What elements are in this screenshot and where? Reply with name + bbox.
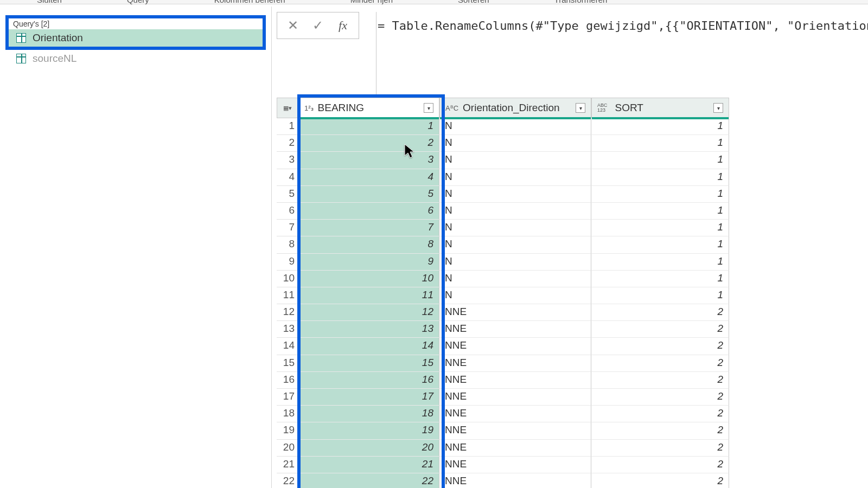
cell-bearing[interactable]: 6 bbox=[298, 203, 439, 220]
column-header-sort[interactable]: ABC123 SORT ▾ bbox=[591, 98, 729, 118]
cell-sort[interactable]: 1 bbox=[591, 186, 729, 203]
cell-sort[interactable]: 1 bbox=[591, 118, 729, 135]
table-row[interactable]: 1414NNE2 bbox=[277, 338, 866, 355]
cell-sort[interactable]: 1 bbox=[591, 169, 729, 186]
cell-orientation[interactable]: NNE bbox=[439, 355, 591, 372]
cell-orientation[interactable]: NNE bbox=[439, 457, 591, 473]
table-row[interactable]: 1313NNE2 bbox=[277, 321, 866, 338]
cell-sort[interactable]: 2 bbox=[591, 304, 729, 321]
cell-bearing[interactable]: 18 bbox=[298, 406, 439, 422]
cell-orientation[interactable]: NNE bbox=[439, 389, 591, 406]
cell-orientation[interactable]: NNE bbox=[439, 338, 591, 355]
column-header-bearing[interactable]: 1²₃ BEARING ▾ bbox=[298, 98, 439, 118]
filter-dropdown-icon[interactable]: ▾ bbox=[713, 103, 723, 113]
filter-dropdown-icon[interactable]: ▾ bbox=[576, 103, 585, 113]
cell-bearing[interactable]: 4 bbox=[298, 169, 439, 186]
cell-bearing[interactable]: 17 bbox=[298, 389, 439, 406]
query-item-sourcenl[interactable]: sourceNL bbox=[5, 50, 266, 67]
cell-bearing[interactable]: 11 bbox=[298, 287, 439, 304]
cell-orientation[interactable]: NNE bbox=[439, 422, 591, 439]
cell-bearing[interactable]: 8 bbox=[298, 236, 439, 253]
table-row[interactable]: 1818NNE2 bbox=[277, 406, 866, 422]
cell-bearing[interactable]: 16 bbox=[298, 372, 439, 389]
cell-orientation[interactable]: N bbox=[439, 220, 591, 236]
table-row[interactable]: 1111N1 bbox=[277, 287, 866, 304]
cell-sort[interactable]: 1 bbox=[591, 236, 729, 253]
cell-bearing[interactable]: 19 bbox=[298, 422, 439, 439]
cell-bearing[interactable]: 12 bbox=[298, 304, 439, 321]
cell-sort[interactable]: 1 bbox=[591, 271, 729, 287]
cell-orientation[interactable]: N bbox=[439, 271, 591, 287]
cell-bearing[interactable]: 22 bbox=[298, 473, 439, 488]
cell-orientation[interactable]: NNE bbox=[439, 473, 591, 488]
table-row[interactable]: 2222NNE2 bbox=[277, 473, 866, 488]
table-row[interactable]: 1717NNE2 bbox=[277, 389, 866, 406]
cell-orientation[interactable]: N bbox=[439, 203, 591, 220]
table-row[interactable]: 1212NNE2 bbox=[277, 304, 866, 321]
table-row[interactable]: 66N1 bbox=[277, 203, 866, 220]
cell-bearing[interactable]: 10 bbox=[298, 271, 439, 287]
cell-sort[interactable]: 2 bbox=[591, 406, 729, 422]
cell-sort[interactable]: 1 bbox=[591, 135, 729, 152]
cell-sort[interactable]: 2 bbox=[591, 422, 729, 439]
cell-orientation[interactable]: N bbox=[439, 254, 591, 271]
cell-orientation[interactable]: N bbox=[439, 287, 591, 304]
table-row[interactable]: 1616NNE2 bbox=[277, 372, 866, 389]
filter-dropdown-icon[interactable]: ▾ bbox=[424, 103, 433, 113]
cell-bearing[interactable]: 20 bbox=[298, 440, 439, 457]
column-header-orientation[interactable]: AᴮC Orientation_Direction ▾ bbox=[439, 98, 591, 118]
cell-sort[interactable]: 2 bbox=[591, 389, 729, 406]
row-number-header[interactable]: ▦▾ bbox=[277, 98, 298, 118]
cell-orientation[interactable]: NNE bbox=[439, 304, 591, 321]
cell-sort[interactable]: 1 bbox=[591, 287, 729, 304]
cell-sort[interactable]: 2 bbox=[591, 355, 729, 372]
cell-sort[interactable]: 2 bbox=[591, 372, 729, 389]
table-row[interactable]: 2020NNE2 bbox=[277, 440, 866, 457]
cell-bearing[interactable]: 7 bbox=[298, 220, 439, 236]
cell-orientation[interactable]: N bbox=[439, 135, 591, 152]
cell-bearing[interactable]: 21 bbox=[298, 457, 439, 473]
cell-sort[interactable]: 1 bbox=[591, 152, 729, 169]
cell-sort[interactable]: 2 bbox=[591, 338, 729, 355]
table-row[interactable]: 44N1 bbox=[277, 169, 866, 186]
cell-sort[interactable]: 2 bbox=[591, 473, 729, 488]
cell-bearing[interactable]: 14 bbox=[298, 338, 439, 355]
query-item-orientation[interactable]: Orientation bbox=[9, 29, 263, 47]
table-row[interactable]: 2121NNE2 bbox=[277, 457, 866, 473]
cell-sort[interactable]: 2 bbox=[591, 321, 729, 338]
cell-orientation[interactable]: N bbox=[439, 169, 591, 186]
cell-sort[interactable]: 2 bbox=[591, 440, 729, 457]
cell-bearing[interactable]: 5 bbox=[298, 186, 439, 203]
formula-text[interactable]: = Table.RenameColumns(#"Type gewijzigd",… bbox=[367, 19, 868, 33]
cell-bearing[interactable]: 13 bbox=[298, 321, 439, 338]
table-row[interactable]: 77N1 bbox=[277, 220, 866, 236]
cell-sort[interactable]: 1 bbox=[591, 203, 729, 220]
cell-bearing[interactable]: 3 bbox=[298, 152, 439, 169]
cell-orientation[interactable]: NNE bbox=[439, 321, 591, 338]
cell-orientation[interactable]: NNE bbox=[439, 372, 591, 389]
cell-bearing[interactable]: 2 bbox=[298, 135, 439, 152]
cancel-formula-button[interactable]: ✕ bbox=[280, 14, 305, 37]
table-row[interactable]: 1515NNE2 bbox=[277, 355, 866, 372]
cell-bearing[interactable]: 9 bbox=[298, 254, 439, 271]
table-row[interactable]: 11N1 bbox=[277, 118, 866, 135]
table-row[interactable]: 1919NNE2 bbox=[277, 422, 866, 439]
table-row[interactable]: 99N1 bbox=[277, 254, 866, 271]
cell-orientation[interactable]: N bbox=[439, 118, 591, 135]
cell-sort[interactable]: 2 bbox=[591, 457, 729, 473]
table-row[interactable]: 1010N1 bbox=[277, 271, 866, 287]
cell-orientation[interactable]: NNE bbox=[439, 440, 591, 457]
cell-bearing[interactable]: 15 bbox=[298, 355, 439, 372]
table-row[interactable]: 22N1 bbox=[277, 135, 866, 152]
cell-sort[interactable]: 1 bbox=[591, 220, 729, 236]
cell-orientation[interactable]: N bbox=[439, 186, 591, 203]
cell-orientation[interactable]: N bbox=[439, 236, 591, 253]
table-row[interactable]: 33N1 bbox=[277, 152, 866, 169]
table-row[interactable]: 88N1 bbox=[277, 236, 866, 253]
cell-bearing[interactable]: 1 bbox=[298, 118, 439, 135]
commit-formula-button[interactable]: ✓ bbox=[305, 14, 330, 37]
table-row[interactable]: 55N1 bbox=[277, 186, 866, 203]
cell-sort[interactable]: 1 bbox=[591, 254, 729, 271]
cell-orientation[interactable]: NNE bbox=[439, 406, 591, 422]
cell-orientation[interactable]: N bbox=[439, 152, 591, 169]
